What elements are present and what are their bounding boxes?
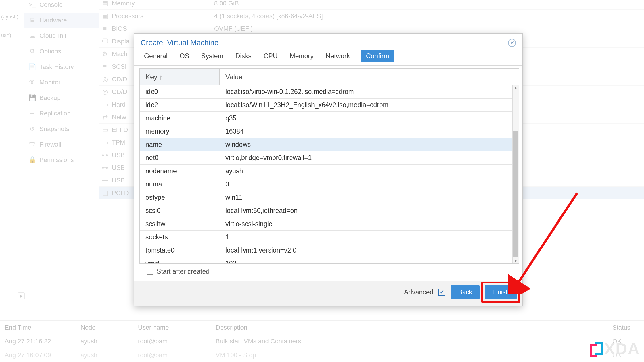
start-after-created[interactable]: Start after created: [139, 264, 519, 280]
hw-row[interactable]: ▤ Memory 8.00 GiB: [99, 0, 644, 10]
cell-key: ide0: [140, 88, 220, 96]
gear-icon: ⚙: [29, 48, 35, 55]
vm-side-menu: >_Console 🖥Hardware ☁Cloud-Init ⚙Options…: [24, 0, 99, 168]
grid-row[interactable]: sockets1: [140, 231, 519, 244]
hw-icon: ≡: [99, 63, 111, 70]
cell-key: ide2: [140, 101, 220, 109]
advanced-checkbox[interactable]: ✓: [438, 289, 445, 296]
checkbox-icon[interactable]: [147, 269, 153, 275]
scroll-thumb[interactable]: [513, 131, 518, 257]
close-icon[interactable]: ✕: [508, 39, 516, 47]
menu-firewall[interactable]: 🛡Firewall: [24, 137, 99, 152]
grid-row[interactable]: machineq35: [140, 112, 519, 125]
hw-icon: 🖵: [99, 38, 111, 45]
cell-value: 1: [220, 233, 519, 241]
grid-row[interactable]: scsi0local-lvm:50,iothread=on: [140, 204, 519, 217]
grid-header: Key ↑ Value: [140, 69, 519, 85]
sync-icon: ↔: [29, 110, 35, 117]
monitor-icon: 🖥: [29, 17, 35, 24]
col-value[interactable]: Value: [220, 73, 519, 81]
tab-disks[interactable]: Disks: [234, 50, 253, 62]
task-row[interactable]: Aug 27 21:16:22 ayush root@pam Bulk star…: [0, 334, 644, 348]
grid-row[interactable]: numa0: [140, 178, 519, 191]
cell-key: name: [140, 141, 220, 149]
cell-value: virtio-scsi-single: [220, 220, 519, 228]
cell-value: win11: [220, 194, 519, 201]
menu-monitor[interactable]: 👁Monitor: [24, 75, 99, 90]
hw-icon: ▭: [99, 139, 111, 146]
cell-value: local-lvm:50,iothread=on: [220, 207, 519, 215]
grid-row[interactable]: tpmstate0local-lvm:1,version=v2.0: [140, 244, 519, 257]
cell-key: net0: [140, 154, 220, 162]
hw-row[interactable]: ▣ Processors 4 (1 sockets, 4 cores) [x86…: [99, 10, 644, 22]
hw-icon: ◎: [99, 88, 111, 96]
cell-value: virtio,bridge=vmbr0,firewall=1: [220, 154, 519, 162]
tab-cpu[interactable]: CPU: [262, 50, 279, 62]
grid-row[interactable]: net0virtio,bridge=vmbr0,firewall=1: [140, 151, 519, 165]
grid-row[interactable]: namewindows: [140, 138, 519, 151]
grid-row[interactable]: nodenameayush: [140, 165, 519, 178]
hw-icon: ▣: [99, 12, 111, 20]
scroll-up-icon[interactable]: ▲: [513, 85, 519, 90]
watermark: XDA: [590, 339, 640, 358]
grid-row[interactable]: ide0local:iso/virtio-win-0.1.262.iso,med…: [140, 85, 519, 99]
tab-general[interactable]: General: [143, 50, 169, 62]
grid-row[interactable]: scsihwvirtio-scsi-single: [140, 217, 519, 231]
hw-icon: ▤: [99, 189, 111, 197]
tab-memory[interactable]: Memory: [289, 50, 315, 62]
hw-icon: ▤: [99, 0, 111, 7]
hw-icon: ⊶: [99, 151, 111, 159]
menu-console[interactable]: >_Console: [24, 0, 99, 13]
cell-key: ostype: [140, 194, 220, 201]
menu-cloudinit[interactable]: ☁Cloud-Init: [24, 28, 99, 44]
menu-replication[interactable]: ↔Replication: [24, 106, 99, 121]
xda-logo-icon: [590, 342, 603, 355]
grid-row[interactable]: ostypewin11: [140, 191, 519, 204]
cell-key: numa: [140, 180, 220, 188]
task-row[interactable]: Aug 27 16:07:09 ayush root@pam VM 100 - …: [0, 348, 644, 362]
menu-hardware[interactable]: 🖥Hardware: [24, 13, 99, 28]
cell-value: local:iso/Win11_23H2_English_x64v2.iso,m…: [220, 101, 519, 109]
hw-icon: ■: [99, 25, 111, 32]
unlock-icon: 🔓: [29, 156, 35, 164]
menu-options[interactable]: ⚙Options: [24, 44, 99, 59]
menu-snapshots[interactable]: ↺Snapshots: [24, 121, 99, 137]
task-log: End Time Node User name Description Stat…: [0, 320, 644, 362]
tab-system[interactable]: System: [200, 50, 225, 62]
grid-body[interactable]: ide0local:iso/virtio-win-0.1.262.iso,med…: [140, 85, 519, 263]
advanced-label: Advanced: [404, 288, 433, 296]
cloud-icon: ☁: [29, 32, 35, 40]
tab-confirm[interactable]: Confirm: [361, 50, 394, 62]
cell-key: scsi0: [140, 207, 220, 215]
cell-value: local:iso/virtio-win-0.1.262.iso,media=c…: [220, 88, 519, 96]
menu-taskhist[interactable]: 📄Task History: [24, 59, 99, 75]
scroll-down-icon[interactable]: ▼: [513, 258, 519, 263]
grid-row[interactable]: memory16384: [140, 125, 519, 138]
tab-network[interactable]: Network: [325, 50, 351, 62]
back-button[interactable]: Back: [451, 285, 480, 299]
task-header: End Time Node User name Description Stat…: [0, 321, 644, 334]
grid-row[interactable]: vmid102: [140, 257, 519, 263]
eye-icon: 👁: [29, 79, 35, 86]
tab-os[interactable]: OS: [179, 50, 190, 62]
cell-key: scsihw: [140, 220, 220, 228]
col-key[interactable]: Key ↑: [140, 69, 220, 85]
hw-icon: ⊶: [99, 177, 111, 184]
hw-icon: ▭: [99, 101, 111, 108]
hw-icon: ⚙: [99, 50, 111, 58]
scrollbar[interactable]: ▲ ▼: [512, 85, 519, 263]
terminal-icon: >_: [29, 1, 35, 9]
grid-row[interactable]: ide2local:iso/Win11_23H2_English_x64v2.i…: [140, 99, 519, 112]
cell-value: local-lvm:1,version=v2.0: [220, 247, 519, 254]
history-icon: ↺: [29, 125, 35, 133]
expand-chevron-icon[interactable]: ▶: [18, 292, 25, 299]
cell-value: windows: [220, 141, 519, 149]
cell-value: 0: [220, 180, 519, 188]
sort-asc-icon: ↑: [159, 73, 162, 81]
confirm-grid: Key ↑ Value ide0local:iso/virtio-win-0.1…: [139, 68, 519, 264]
menu-permissions[interactable]: 🔓Permissions: [24, 152, 99, 168]
finish-button[interactable]: Finish: [485, 285, 517, 299]
cell-key: nodename: [140, 167, 220, 175]
cell-value: 102: [220, 260, 519, 263]
menu-backup[interactable]: 💾Backup: [24, 90, 99, 106]
